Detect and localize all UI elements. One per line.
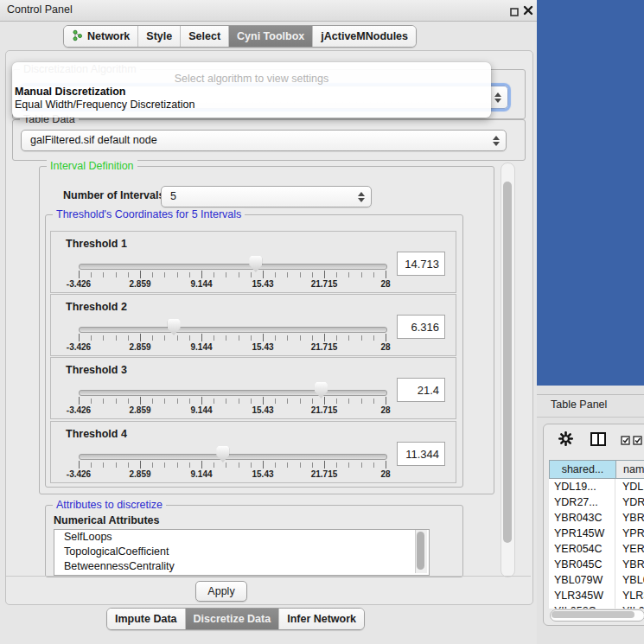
tick-label: 9.144 xyxy=(190,405,212,415)
threshold-slider-track[interactable] xyxy=(79,327,387,333)
slider-major-tick xyxy=(324,271,325,278)
algorithm-popup-options: Manual DiscretizationEqual Width/Frequen… xyxy=(12,86,491,112)
tick-label: -3.426 xyxy=(67,405,91,415)
threshold-slider-thumb[interactable] xyxy=(216,446,229,462)
table-row[interactable]: YIL052CYIL0 xyxy=(549,603,644,609)
cyni-bottom-tabs: Impute DataDiscretize DataInfer Network xyxy=(106,608,365,630)
control-panel-titlebar: Control Panel xyxy=(0,0,537,22)
threshold-value-field[interactable]: 11.344 xyxy=(397,442,445,466)
float-window-icon[interactable] xyxy=(510,6,519,15)
tab-discretize-data[interactable]: Discretize Data xyxy=(185,609,279,629)
table-row[interactable]: YBL079WYBL0 xyxy=(549,572,644,588)
column-header-shared[interactable]: shared... xyxy=(549,460,615,479)
threshold-slider-track[interactable] xyxy=(79,454,387,460)
table-header-row: shared...name xyxy=(549,460,644,479)
tab-cyni-toolbox[interactable]: Cyni Toolbox xyxy=(228,26,312,47)
slider-major-tick xyxy=(201,397,202,405)
slider-major-tick xyxy=(324,461,325,469)
table-cell: YER0 xyxy=(615,541,644,557)
column-header-name[interactable]: name xyxy=(615,460,644,479)
tab-select[interactable]: Select xyxy=(180,26,228,47)
combo-stepper-icon xyxy=(494,92,501,103)
tab-infer-network[interactable]: Infer Network xyxy=(278,609,364,629)
threshold-value-field[interactable]: 6.316 xyxy=(397,315,445,339)
table-row[interactable]: YER054CYER0 xyxy=(549,541,644,557)
threshold-label: Threshold 3 xyxy=(66,364,127,376)
algorithm-popup-hint: Select algorithm to view settings xyxy=(12,73,491,86)
slider-major-tick xyxy=(140,397,141,405)
gear-icon[interactable] xyxy=(558,431,573,449)
table-horizontal-scrollbar-thumb[interactable] xyxy=(552,611,634,618)
columns-icon[interactable] xyxy=(590,432,606,449)
slider-major-tick xyxy=(386,397,386,405)
table-row[interactable]: YBR045CYBR0 xyxy=(549,557,644,572)
tab-style[interactable]: Style xyxy=(137,26,180,47)
table-cell: YLR345W xyxy=(549,588,615,603)
threshold-slider-track[interactable] xyxy=(79,264,387,270)
table-cell: YBL079W xyxy=(549,572,615,588)
threshold-panel-3: Threshold 3-3.4262.8599.14415.4321.71528… xyxy=(50,357,456,419)
tick-label: 9.144 xyxy=(190,279,212,289)
threshold-slider-track[interactable] xyxy=(79,390,387,396)
table-cell: YLR3 xyxy=(615,588,644,603)
table-data-combobox[interactable]: galFiltered.sif default node xyxy=(21,130,507,151)
threshold-panel-2: Threshold 2-3.4262.8599.14415.4321.71528… xyxy=(50,294,456,356)
slider-major-tick xyxy=(79,271,80,278)
tick-label: 15.43 xyxy=(252,469,273,479)
threshold-slider-thumb[interactable] xyxy=(315,382,328,399)
threshold-slider-thumb[interactable] xyxy=(249,256,262,272)
control-panel: Control Panel NetworkStyleSelectCyni Too… xyxy=(0,0,537,644)
table-row[interactable]: YDL19...YDL1 xyxy=(549,479,644,494)
slider-minor-ticks xyxy=(79,462,386,468)
table-cell: YER054C xyxy=(549,541,615,557)
table-row[interactable]: YDR27...YDR2 xyxy=(549,494,644,510)
table-cell: YDL19... xyxy=(549,479,615,494)
panel-vertical-scrollbar-thumb[interactable] xyxy=(503,182,512,543)
number-of-intervals-combobox[interactable]: 5 xyxy=(161,186,372,207)
attribute-item-selfloops[interactable]: SelfLoops xyxy=(54,530,429,545)
tick-label: 2.859 xyxy=(129,469,150,479)
attribute-item-topologicalcoefficient[interactable]: TopologicalCoefficient xyxy=(54,545,429,559)
checked-box-icon-a[interactable] xyxy=(621,435,630,448)
attributes-list-scrollbar-thumb[interactable] xyxy=(417,532,424,570)
tab-network[interactable]: Network xyxy=(64,26,137,47)
tick-label: -3.426 xyxy=(67,342,91,352)
algorithm-option-equal-width-frequency-discretization[interactable]: Equal Width/Frequency Discretization xyxy=(12,99,491,112)
tab-label: Network xyxy=(87,30,130,42)
control-panel-tabs: NetworkStyleSelectCyni ToolboxjActiveMNo… xyxy=(63,25,417,48)
table-cell: YBR0 xyxy=(615,557,644,572)
numerical-attributes-list[interactable]: SelfLoopsTopologicalCoefficientBetweenne… xyxy=(54,529,430,576)
table-cell: YBL0 xyxy=(615,572,644,588)
tick-label: -3.426 xyxy=(67,469,91,479)
slider-major-tick xyxy=(201,334,202,341)
number-of-intervals-label: Number of Intervals xyxy=(63,189,164,201)
node-table[interactable]: shared...nameYDL19...YDL1YDR27...YDR2YBR… xyxy=(549,460,644,609)
checked-box-icon-b[interactable] xyxy=(633,435,642,448)
tick-label: 9.144 xyxy=(190,342,212,352)
apply-button[interactable]: Apply xyxy=(195,581,247,602)
tab-jactivemnodules[interactable]: jActiveMNodules xyxy=(312,26,416,47)
algorithm-option-manual-discretization[interactable]: Manual Discretization xyxy=(12,86,491,99)
slider-major-tick xyxy=(201,461,202,469)
table-row[interactable]: YPR145WYPR1 xyxy=(549,526,644,541)
close-icon[interactable] xyxy=(523,5,533,16)
threshold-panel-4: Threshold 4-3.4262.8599.14415.4321.71528… xyxy=(50,421,456,483)
panel-title: Control Panel xyxy=(7,3,73,16)
tab-impute-data[interactable]: Impute Data xyxy=(107,609,185,629)
threshold-slider-thumb[interactable] xyxy=(168,319,181,335)
tab-label: Style xyxy=(146,30,172,42)
slider-major-tick xyxy=(386,334,386,341)
threshold-value-field[interactable]: 14.713 xyxy=(397,252,445,276)
tick-label: 2.859 xyxy=(129,279,150,289)
threshold-label: Threshold 1 xyxy=(66,238,127,250)
threshold-coordinates-title: Threshold's Coordinates for 5 Intervals xyxy=(53,208,245,220)
attribute-item-betweennesscentrality[interactable]: BetweennessCentrality xyxy=(54,559,429,574)
tick-label: 15.43 xyxy=(252,405,273,415)
table-row[interactable]: YLR345WYLR3 xyxy=(549,588,644,603)
tick-label: 21.715 xyxy=(311,405,338,415)
tick-label: 2.859 xyxy=(129,405,150,415)
threshold-value-field[interactable]: 21.4 xyxy=(397,378,445,402)
table-row[interactable]: YBR043CYBR0 xyxy=(549,510,644,526)
tab-label: jActiveMNodules xyxy=(321,30,408,42)
tab-label: Cyni Toolbox xyxy=(237,30,304,42)
